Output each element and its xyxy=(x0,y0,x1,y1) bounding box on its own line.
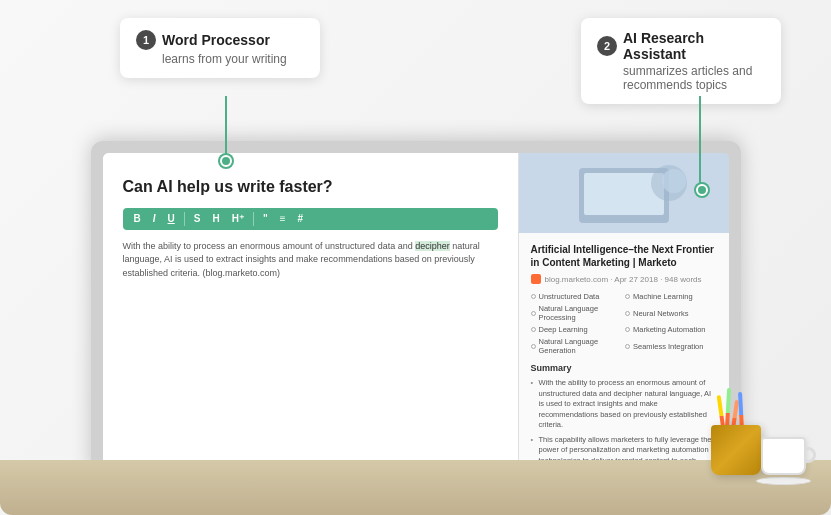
callout-2-title: AI Research Assistant xyxy=(623,30,765,62)
heading-button[interactable]: H xyxy=(209,212,222,225)
callout-1-subtitle: learns from your writing xyxy=(136,52,304,66)
ra-summary-label: Summary xyxy=(531,363,717,373)
toolbar-divider-1 xyxy=(184,212,185,226)
underline-button[interactable]: U xyxy=(165,212,178,225)
cup-body xyxy=(711,425,761,475)
callout-1-title: Word Processor xyxy=(162,32,270,48)
wp-document-title: Can AI help us write faster? xyxy=(123,177,498,198)
ra-tag-2: Machine Learning xyxy=(625,292,717,301)
mug-saucer xyxy=(756,477,811,485)
ra-summary-list: With the ability to process an enormous … xyxy=(531,378,717,473)
mug-body xyxy=(761,437,806,475)
ra-meta: blog.marketo.com · Apr 27 2018 · 948 wor… xyxy=(531,274,717,284)
ra-tag-6: Marketing Automation xyxy=(625,325,717,334)
quote-button[interactable]: " xyxy=(260,212,271,225)
scene: 1 Word Processor learns from your writin… xyxy=(0,0,831,515)
callout-2-number: 2 xyxy=(597,36,617,56)
toolbar-divider-2 xyxy=(253,212,254,226)
ra-tag-4: Neural Networks xyxy=(625,304,717,322)
word-processor-panel: Can AI help us write faster? B I U S H H… xyxy=(103,153,519,473)
laptop: Can AI help us write faster? B I U S H H… xyxy=(91,141,741,495)
coffee-cup xyxy=(761,437,811,485)
callout-research-assistant: 2 AI Research Assistant summarizes artic… xyxy=(581,18,781,104)
code-button[interactable]: # xyxy=(294,212,306,225)
laptop-body: Can AI help us write faster? B I U S H H… xyxy=(91,141,741,495)
ra-tag-1: Unstructured Data xyxy=(531,292,623,301)
ra-tags: Unstructured Data Machine Learning Natur… xyxy=(531,292,717,355)
connector-line-2 xyxy=(699,96,701,186)
ra-favicon xyxy=(531,274,541,284)
ra-tag-3: Natural Language Processing xyxy=(531,304,623,322)
wp-highlight: decipher xyxy=(415,241,450,251)
ra-tag-5: Deep Learning xyxy=(531,325,623,334)
connector-line-1 xyxy=(225,96,227,156)
wp-toolbar[interactable]: B I U S H H⁺ " ≡ # xyxy=(123,208,498,230)
research-assistant-panel: Artificial Intelligence–the Next Frontie… xyxy=(519,153,729,473)
pencil-2 xyxy=(725,388,731,430)
callout-2-subtitle: summarizes articles and recommends topic… xyxy=(597,64,765,92)
ra-summary-item-1: With the ability to process an enormous … xyxy=(531,378,717,431)
ra-tag-8: Seamless Integration xyxy=(625,337,717,355)
connector-dot-1 xyxy=(220,155,232,167)
list-button[interactable]: ≡ xyxy=(277,212,289,225)
ra-meta-text: blog.marketo.com · Apr 27 2018 · 948 wor… xyxy=(545,275,702,284)
bold-button[interactable]: B xyxy=(131,212,144,225)
callout-word-processor: 1 Word Processor learns from your writin… xyxy=(120,18,320,78)
svg-point-4 xyxy=(662,169,686,193)
wp-body-text: With the ability to process an enormous … xyxy=(123,240,498,281)
ra-article-title: Artificial Intelligence–the Next Frontie… xyxy=(531,243,717,269)
ra-content-area: Artificial Intelligence–the Next Frontie… xyxy=(519,233,729,473)
ra-tag-7: Natural Language Generation xyxy=(531,337,623,355)
callout-1-number: 1 xyxy=(136,30,156,50)
heading-plus-button[interactable]: H⁺ xyxy=(229,212,247,225)
laptop-screen-outer: Can AI help us write faster? B I U S H H… xyxy=(91,141,741,473)
laptop-screen: Can AI help us write faster? B I U S H H… xyxy=(103,153,729,473)
italic-button[interactable]: I xyxy=(150,212,159,225)
connector-dot-2 xyxy=(696,184,708,196)
strikethrough-button[interactable]: S xyxy=(191,212,204,225)
